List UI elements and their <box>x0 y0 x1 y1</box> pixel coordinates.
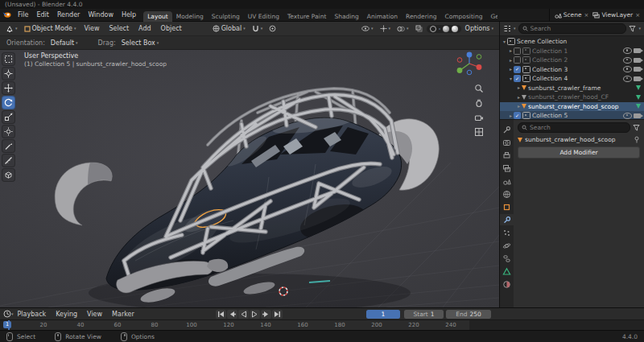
tab-world[interactable] <box>500 188 514 200</box>
workspace-tab-uv-editing[interactable]: UV Editing <box>244 11 283 22</box>
viewport-menu-select[interactable]: Select <box>105 25 133 32</box>
tool-transform[interactable] <box>2 126 14 138</box>
visibility-eye-icon[interactable] <box>623 76 632 82</box>
workspace-tab-modeling[interactable]: Modeling <box>172 11 208 22</box>
tab-modifiers[interactable] <box>500 214 514 225</box>
toggle-grid-icon[interactable] <box>474 127 484 137</box>
mode-selector[interactable]: Object Mode ▾ <box>22 24 79 33</box>
visibility-eye-icon[interactable] <box>623 113 632 119</box>
menu-edit[interactable]: Edit <box>32 11 53 19</box>
outliner-search[interactable] <box>518 23 627 34</box>
render-camera-icon[interactable] <box>634 48 641 53</box>
tab-material[interactable] <box>500 278 514 290</box>
menu-help[interactable]: Help <box>118 11 140 19</box>
tab-view-layer[interactable] <box>500 163 514 174</box>
tool-annotate[interactable] <box>2 140 14 152</box>
filter-funnel-icon[interactable] <box>629 25 636 32</box>
transform-orientation-selector[interactable]: Global ▾ <box>210 24 248 33</box>
timeline-menu-view[interactable]: View <box>83 311 106 318</box>
gizmo-x-axis[interactable] <box>477 64 482 70</box>
shading-solid-button[interactable] <box>439 28 440 30</box>
viewport-menu-view[interactable]: View <box>80 25 103 32</box>
exclude-checkbox[interactable]: ✓ <box>514 75 521 82</box>
jump-to-end-button[interactable] <box>272 310 283 319</box>
play-button[interactable] <box>250 310 260 319</box>
tool-scale[interactable] <box>2 111 14 123</box>
shading-wireframe-button[interactable] <box>430 26 436 32</box>
gizmo-x-neg[interactable] <box>457 58 462 63</box>
workspace-tab-compositing[interactable]: Compositing <box>440 11 486 22</box>
viewport-canvas[interactable]: User Perspective (1) Collection 5 | sunb… <box>0 50 499 307</box>
viewport-menu-object[interactable]: Object <box>157 25 186 32</box>
navigation-gizmo[interactable] <box>454 51 485 78</box>
outliner-row-collection-2[interactable]: ▸ Collection 2 <box>500 56 644 65</box>
gizmo-z-axis[interactable] <box>467 52 473 58</box>
timeline-editor-icon[interactable] <box>3 310 11 318</box>
expand-arrow-icon[interactable]: ▸ <box>518 104 520 109</box>
timeline-ruler[interactable]: 0 20 40 60 80 100 120 140 160 180 200 22… <box>0 319 644 331</box>
play-reverse-button[interactable] <box>238 310 249 319</box>
expand-arrow-icon[interactable]: ▸ <box>518 95 520 100</box>
expand-arrow-icon[interactable]: ▸ <box>518 85 520 90</box>
tab-object-data[interactable] <box>500 266 514 277</box>
gizmo-z-neg[interactable] <box>467 70 472 75</box>
outliner-row-scene-collection[interactable]: ▾ Scene Collection <box>500 37 644 47</box>
outliner-search-input[interactable] <box>530 25 623 32</box>
tool-rotate[interactable] <box>2 97 14 109</box>
tool-move[interactable] <box>2 82 14 94</box>
proportional-edit-toggle[interactable] <box>266 24 279 33</box>
add-modifier-button[interactable]: Add Modifier <box>518 146 640 159</box>
expand-arrow-icon[interactable]: ▾ <box>503 39 506 44</box>
menu-render[interactable]: Render <box>53 11 84 19</box>
timeline-menu-keying[interactable]: Keying <box>52 311 81 318</box>
breadcrumb-object-name[interactable]: sunburst_crawler_hood_scoop <box>525 136 616 143</box>
current-frame-field[interactable]: 1 <box>366 310 400 319</box>
tab-scene[interactable] <box>500 175 514 187</box>
tool-select-box[interactable] <box>2 53 14 65</box>
outliner-editor-icon[interactable] <box>503 25 511 32</box>
tool-measure[interactable] <box>2 155 14 167</box>
workspace-tab-shading[interactable]: Shading <box>330 11 362 22</box>
gizmos-dropdown[interactable]: ▾ <box>378 24 394 33</box>
xray-toggle[interactable] <box>413 24 425 33</box>
drag-setting-dropdown[interactable]: Select Box ▾ <box>119 39 162 47</box>
tool-add-cube[interactable] <box>2 169 14 181</box>
expand-arrow-icon[interactable]: ▸ <box>510 113 512 118</box>
scene-selector[interactable]: Scene × <box>555 11 590 19</box>
outliner-row-crawler-hood-scoop[interactable]: ▸ sunburst_crawler_hood_scoop <box>500 102 644 112</box>
viewlayer-unlink-icon[interactable]: × <box>634 12 641 19</box>
workspace-tab-animation[interactable]: Animation <box>363 11 402 22</box>
tab-physics[interactable] <box>500 240 514 251</box>
tab-render[interactable] <box>500 137 514 148</box>
frame-start-field[interactable]: Start 1 <box>404 310 444 319</box>
exclude-checkbox[interactable]: ✓ <box>514 66 521 73</box>
properties-search-input[interactable] <box>530 124 626 131</box>
tab-tool[interactable] <box>500 124 514 135</box>
next-keyframe-button[interactable] <box>261 310 271 319</box>
viewport-menu-add[interactable]: Add <box>134 25 155 32</box>
outliner-row-crawler-hood-cf[interactable]: ▸ sunburst_crawler_hood_CF <box>500 93 644 102</box>
viewport-options-dropdown[interactable]: Options ▾ <box>463 24 496 33</box>
render-camera-icon[interactable] <box>634 58 641 63</box>
render-camera-icon[interactable] <box>634 113 641 118</box>
visibility-eye-icon[interactable] <box>623 66 632 72</box>
tab-particles[interactable] <box>500 227 514 238</box>
zoom-icon[interactable] <box>474 84 484 93</box>
tab-constraints[interactable] <box>500 253 514 264</box>
viewlayer-selector[interactable]: ViewLayer × <box>592 11 641 19</box>
workspace-tab-geometry-nodes[interactable]: Geometry Nodes <box>486 11 497 22</box>
outliner-row-collection-4[interactable]: ▾ ✓ Collection 4 <box>500 74 644 84</box>
gizmo-y-axis[interactable] <box>457 68 463 73</box>
exclude-checkbox[interactable]: ✓ <box>514 112 521 119</box>
workspace-tab-layout[interactable]: Layout <box>143 11 172 22</box>
menu-file[interactable]: File <box>14 11 32 19</box>
shading-material-button[interactable] <box>443 26 449 32</box>
outliner-row-collection-1[interactable]: ▸ Collection 1 <box>500 47 644 56</box>
tool-cursor[interactable] <box>2 68 14 80</box>
properties-search[interactable] <box>518 122 630 133</box>
expand-arrow-icon[interactable]: ▸ <box>510 58 512 63</box>
frame-end-field[interactable]: End 250 <box>446 310 491 319</box>
shading-rendered-button[interactable] <box>452 26 458 32</box>
snap-toggle[interactable]: ▾ <box>250 24 266 33</box>
jump-to-start-button[interactable] <box>216 310 226 319</box>
